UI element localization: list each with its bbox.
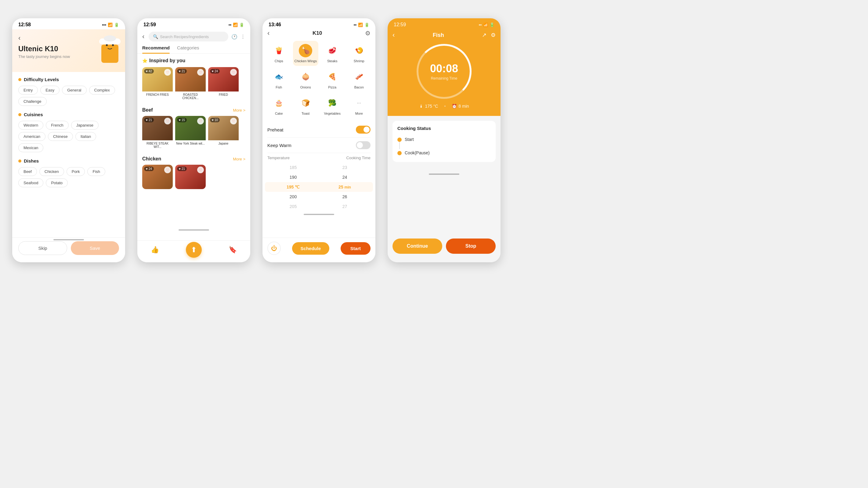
food-pizza[interactable]: 🍕 Pizza [319, 67, 345, 92]
card-chicken2[interactable]: ♥ 24 ♡ [142, 165, 173, 189]
heart-chicken2[interactable]: ♡ [164, 166, 171, 173]
heart-japanese[interactable]: ♡ [230, 118, 237, 124]
nav-thumbsup[interactable]: 👍 [151, 246, 159, 254]
signal-icon-2: ▪▪ [228, 23, 231, 27]
heart-fries[interactable]: ♡ [164, 69, 171, 76]
timer-display: 00:08 [430, 62, 458, 75]
power-button[interactable]: ⏻ [267, 241, 281, 255]
food-vegetables[interactable]: 🥦 Vegetables [319, 93, 345, 118]
inspired-title: ⭐ Inspired by you [142, 58, 245, 63]
tag-general[interactable]: General [62, 86, 86, 95]
food-onions[interactable]: 🧅 Onions [293, 67, 319, 92]
cook-pause-label: Cook(Pause) [405, 150, 430, 155]
back-button[interactable]: ‹ [18, 34, 21, 42]
card-chicken[interactable]: ♥ 21 ♡ ROASTED CHICKEN... [175, 67, 206, 101]
card-japanese[interactable]: ♥ 10 ♡ Japane [208, 116, 239, 150]
food-cake[interactable]: 🎂 Cake [266, 93, 292, 118]
stop-button[interactable]: Stop [446, 238, 496, 254]
settings-icon-4[interactable]: ⚙ [491, 32, 496, 38]
continue-button[interactable]: Continue [393, 238, 442, 254]
table-row-185[interactable]: 185 23 [267, 163, 371, 172]
save-button[interactable]: Save [71, 241, 119, 255]
home-indicator-3 [304, 214, 334, 215]
dishes-title: Dishes [18, 158, 119, 163]
heart-chicken3[interactable]: ♡ [197, 166, 204, 173]
status-bar-2: 12:59 ▪▪ 📶 🔋 [137, 18, 250, 29]
heart-chicken[interactable]: ♡ [197, 69, 204, 76]
tag-entry[interactable]: Entry [18, 86, 38, 95]
tag-challenge[interactable]: Challenge [18, 97, 47, 106]
card-ribeye[interactable]: ♥ 21 ♡ RIBEYE STEAK WIT... [142, 116, 173, 150]
preheat-row: Preheat [267, 122, 371, 137]
back-button-4[interactable]: ‹ [393, 31, 395, 39]
skip-button[interactable]: Skip [18, 241, 67, 255]
timer-label: Remaining Time [431, 76, 458, 80]
schedule-button[interactable]: Schedule [292, 242, 330, 255]
tag-chinese[interactable]: Chinese [48, 132, 73, 141]
tag-potato[interactable]: Potato [46, 178, 68, 187]
card-chicken3[interactable]: ♥ 21 ♡ [175, 165, 206, 189]
tag-chicken[interactable]: Chicken [39, 167, 64, 176]
tag-pork[interactable]: Pork [66, 167, 85, 176]
tag-beef[interactable]: Beef [18, 167, 37, 176]
keep-warm-row: Keep Warm [267, 137, 371, 153]
food-more[interactable]: ··· More [346, 93, 372, 118]
fab-icon: ⬆ [191, 246, 197, 254]
clock-icon: ⏰ [452, 104, 457, 108]
back-button-2[interactable]: ‹ [142, 33, 144, 40]
chicken-more[interactable]: More > [233, 157, 245, 161]
status-start: Start [397, 135, 491, 144]
search-input-container[interactable]: 🔍 Search Recipes/Ingredients [149, 32, 228, 41]
start-button[interactable]: Start [341, 242, 371, 255]
card-nysteak[interactable]: ♥ 15 ♡ New York Steak wit... [175, 116, 206, 150]
card-fried[interactable]: ♥ 24 ♡ FRIED [208, 67, 239, 101]
heart-ribeye[interactable]: ♡ [164, 118, 171, 124]
tag-mexican[interactable]: Mexican [18, 143, 43, 152]
table-row-190[interactable]: 190 24 [267, 172, 371, 182]
heart-fried[interactable]: ♡ [230, 69, 237, 76]
tag-western[interactable]: Western [18, 121, 43, 130]
table-row-205[interactable]: 205 27 [267, 202, 371, 212]
food-toast[interactable]: 🍞 Toast [293, 93, 319, 118]
history-icon[interactable]: 🕐 [231, 34, 238, 40]
card-fries[interactable]: ♥ 42 ♡ FRENCH FRIES [142, 67, 173, 101]
food-bacon[interactable]: 🥓 Bacon [346, 67, 372, 92]
k10-title: K10 [313, 30, 322, 36]
tag-easy[interactable]: Easy [40, 86, 60, 95]
card-img-chicken3: ♥ 21 ♡ [175, 165, 206, 189]
tag-seafood[interactable]: Seafood [18, 178, 43, 187]
heart-nysteak[interactable]: ♡ [197, 118, 204, 124]
food-fish[interactable]: 🐟 Fish [266, 67, 292, 92]
beef-more[interactable]: More > [233, 108, 245, 112]
table-row-195-highlight[interactable]: 195 ℃ 25 min [265, 182, 373, 192]
tag-fish[interactable]: Fish [87, 167, 105, 176]
tab-categories[interactable]: Categories [177, 45, 199, 53]
time-2: 12:59 [144, 22, 156, 28]
screen-4-cooking-timer: 12:59 ▪▪ 📶 🔋 ‹ Fish ↗ ⚙ 00:08 Remaining … [388, 18, 500, 262]
vegetables-icon: 🥦 [326, 96, 339, 110]
more-options-icon[interactable]: ⋮ [241, 34, 245, 40]
difficulty-section: Difficulty Levels Entry Easy General Com… [18, 77, 119, 106]
keep-warm-toggle[interactable] [356, 141, 371, 149]
svg-point-3 [104, 35, 116, 41]
nav-bookmark[interactable]: 🔖 [228, 246, 237, 254]
tag-french[interactable]: French [46, 121, 68, 130]
tag-american[interactable]: American [18, 132, 45, 141]
share-icon[interactable]: ↗ [482, 32, 487, 38]
back-button-3[interactable]: ‹ [267, 29, 270, 37]
toggles-section: Preheat Keep Warm [262, 122, 375, 153]
tab-recommend[interactable]: Recommend [142, 45, 170, 53]
food-chips[interactable]: 🍟 Chips [266, 41, 292, 66]
tag-japanese[interactable]: Japanese [71, 121, 99, 130]
preheat-toggle[interactable] [356, 126, 371, 134]
tag-complex[interactable]: Complex [89, 86, 115, 95]
temp-header: Temperature [267, 156, 290, 160]
table-row-200[interactable]: 200 26 [267, 192, 371, 202]
food-shrimp[interactable]: 🍤 Shrimp [346, 41, 372, 66]
fab-button[interactable]: ⬆ [186, 242, 202, 258]
settings-icon[interactable]: ⚙ [365, 30, 371, 37]
food-chicken-wings[interactable]: 🍗 Chicken Wings [293, 41, 319, 66]
tag-italian[interactable]: Italian [75, 132, 96, 141]
food-steaks[interactable]: 🥩 Steaks [319, 41, 345, 66]
badge-chicken3: ♥ 21 [177, 166, 187, 171]
